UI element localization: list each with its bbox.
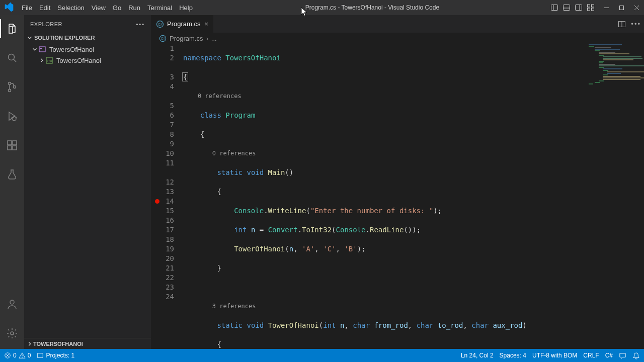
minimap[interactable]	[589, 44, 644, 104]
search-icon[interactable]	[0, 48, 24, 67]
menu-terminal[interactable]: Terminal	[144, 1, 176, 15]
split-editor-icon[interactable]	[618, 20, 626, 28]
more-icon[interactable]: •••	[136, 21, 145, 27]
menu-help[interactable]: Help	[176, 1, 196, 15]
svg-rect-11	[619, 6, 623, 10]
title-bar: File Edit Selection View Go Run Terminal…	[0, 0, 644, 15]
close-icon[interactable]: ×	[204, 20, 208, 28]
close-button[interactable]	[629, 0, 644, 15]
svg-text:C#: C#	[47, 59, 53, 63]
svg-rect-25	[13, 146, 17, 150]
explorer-title: EXPLORER	[30, 21, 62, 27]
menu-go[interactable]: Go	[109, 1, 125, 15]
breadcrumb-file: Program.cs	[170, 35, 203, 42]
layout-sidebar-right-icon[interactable]	[573, 0, 585, 15]
tree-project[interactable]: C# TowersOfHanoi	[24, 55, 151, 66]
solution-icon	[38, 45, 46, 53]
tree-item-label: TowersOfHanoi	[49, 46, 94, 53]
svg-rect-4	[576, 5, 582, 11]
svg-point-17	[9, 89, 11, 92]
tree-solution-root[interactable]: TowersOfHanoi	[24, 44, 151, 55]
vscode-logo-icon	[4, 3, 14, 13]
svg-line-21	[12, 117, 13, 118]
svg-rect-6	[588, 5, 590, 7]
menu-run[interactable]: Run	[125, 1, 144, 15]
tab-label: Program.cs	[167, 20, 200, 28]
csproj-icon: C#	[45, 56, 53, 64]
extensions-icon[interactable]	[0, 136, 24, 155]
tab-bar: C# Program.cs × •••	[151, 15, 644, 33]
status-errors[interactable]: 0 0	[4, 352, 31, 359]
svg-point-43	[22, 357, 22, 357]
menu-selection[interactable]: Selection	[54, 1, 88, 15]
svg-rect-2	[564, 5, 570, 11]
window-controls	[599, 0, 644, 15]
explorer-icon[interactable]	[0, 19, 24, 38]
chevron-right-icon: ›	[206, 35, 208, 42]
layout-sidebar-left-icon[interactable]	[548, 0, 560, 15]
breadcrumb-more: ...	[211, 35, 217, 42]
layout-panel-icon[interactable]	[560, 0, 573, 15]
activity-bar	[0, 15, 24, 349]
settings-gear-icon[interactable]	[0, 324, 24, 343]
status-bar: 0 0 Projects: 1 Ln 24, Col 2 Spaces: 4 U…	[0, 349, 644, 362]
code-content[interactable]: namespace TowersOfHanoi { 0 references c…	[183, 44, 644, 349]
status-spaces[interactable]: Spaces: 4	[500, 352, 526, 359]
svg-rect-24	[8, 146, 12, 150]
section-label: SOLUTION EXPLORER	[34, 35, 95, 41]
explorer-sidebar: EXPLORER ••• SOLUTION EXPLORER TowersOfH…	[24, 15, 151, 349]
accounts-icon[interactable]	[0, 295, 24, 314]
layout-customize-icon[interactable]	[585, 0, 597, 15]
svg-rect-7	[592, 5, 594, 7]
more-actions-icon[interactable]: •••	[631, 20, 641, 28]
source-control-icon[interactable]	[0, 77, 24, 97]
status-lncol[interactable]: Ln 24, Col 2	[461, 352, 494, 359]
towersofhanoi-section[interactable]: TOWERSOFHANOI	[24, 338, 151, 349]
status-projects[interactable]: Projects: 1	[37, 352, 74, 359]
svg-rect-26	[13, 141, 17, 145]
svg-rect-8	[588, 8, 590, 11]
svg-rect-44	[38, 353, 43, 358]
svg-text:C#: C#	[158, 23, 163, 26]
breadcrumb[interactable]: C# Program.cs › ...	[151, 33, 644, 44]
svg-point-18	[14, 86, 16, 88]
svg-point-16	[9, 82, 11, 85]
testing-icon[interactable]	[0, 165, 24, 184]
minimize-button[interactable]	[599, 0, 614, 15]
window-title: Program.cs - TowersOfHanoi - Visual Stud…	[196, 4, 548, 11]
solution-explorer-section[interactable]: SOLUTION EXPLORER	[24, 33, 151, 43]
menu-file[interactable]: File	[18, 1, 36, 15]
status-language[interactable]: C#	[605, 352, 613, 359]
svg-text:C#: C#	[161, 37, 166, 40]
svg-point-27	[10, 300, 14, 304]
status-eol[interactable]: CRLF	[583, 352, 599, 359]
svg-point-14	[9, 54, 15, 60]
svg-line-22	[16, 117, 17, 118]
line-gutter: 1 2 3 4 5 6 7 8 9 10 11 12 13 14 15 16 1…	[151, 44, 183, 349]
tree-item-label: TowersOfHanoi	[56, 57, 101, 64]
notifications-icon[interactable]	[632, 352, 640, 359]
svg-rect-30	[40, 48, 42, 49]
svg-point-28	[11, 332, 14, 335]
editor-group: C# Program.cs × ••• C# Program.cs › ... …	[151, 15, 644, 349]
menu-view[interactable]: View	[88, 1, 109, 15]
svg-rect-29	[39, 47, 45, 52]
maximize-button[interactable]	[614, 0, 629, 15]
layout-controls	[548, 0, 597, 15]
mouse-cursor-icon	[301, 8, 307, 17]
status-encoding[interactable]: UTF-8 with BOM	[532, 352, 577, 359]
menu-bar: File Edit Selection View Go Run Terminal…	[18, 1, 196, 15]
menu-edit[interactable]: Edit	[36, 1, 54, 15]
svg-rect-23	[8, 141, 12, 145]
breakpoint-icon[interactable]	[155, 199, 159, 204]
svg-line-15	[14, 59, 16, 62]
svg-rect-9	[592, 8, 594, 11]
feedback-icon[interactable]	[619, 352, 626, 359]
svg-rect-0	[551, 5, 558, 11]
tab-program-cs[interactable]: C# Program.cs ×	[151, 15, 214, 33]
section-label: TOWERSOFHANOI	[33, 341, 83, 347]
code-editor[interactable]: 1 2 3 4 5 6 7 8 9 10 11 12 13 14 15 16 1…	[151, 44, 644, 349]
csharp-file-icon: C#	[156, 20, 164, 28]
run-debug-icon[interactable]	[0, 107, 24, 126]
csharp-file-icon: C#	[159, 35, 167, 42]
